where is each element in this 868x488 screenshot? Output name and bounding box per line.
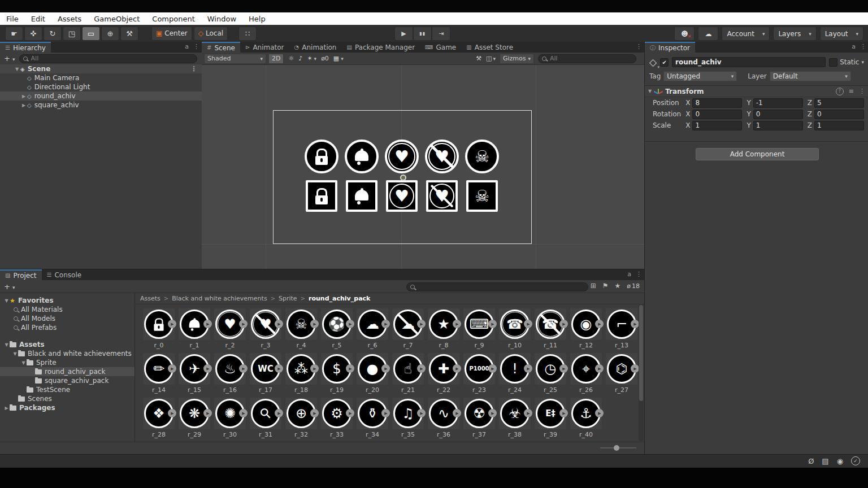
- menu-item-component[interactable]: Component: [146, 15, 201, 23]
- favorite-icon[interactable]: ★: [615, 282, 621, 290]
- sprite-r_8[interactable]: ★▶r_8: [428, 308, 459, 349]
- custom-tools-button[interactable]: ⚒: [120, 27, 138, 41]
- sprite-expand-arrow[interactable]: ▶: [595, 409, 604, 417]
- hand-tool-button[interactable]: ☛: [5, 27, 23, 41]
- sprite-r_22[interactable]: ✚▶r_22: [428, 353, 459, 394]
- pane-menu-icon[interactable]: ⋮: [636, 271, 642, 278]
- sprite-expand-arrow[interactable]: ▶: [381, 320, 390, 328]
- sprite-r_20[interactable]: ●▶r_20: [357, 353, 388, 394]
- active-checkbox[interactable]: ✔: [660, 58, 669, 67]
- tab-hierarchy[interactable]: ☰ Hierarchy: [0, 42, 51, 53]
- sprite-expand-arrow[interactable]: ▶: [559, 364, 568, 373]
- sprite-expand-arrow[interactable]: ▶: [275, 320, 283, 328]
- sprite-expand-arrow[interactable]: ▶: [381, 409, 390, 417]
- scene-camera-icon[interactable]: ◫: [486, 55, 492, 62]
- gameobject-name-field[interactable]: round_achiv: [672, 57, 826, 67]
- pane-lock-icon[interactable]: a: [852, 43, 856, 50]
- layers-dropdown[interactable]: Layers▾: [773, 27, 816, 41]
- sprite-r_39[interactable]: E‡▶r_39: [535, 398, 566, 438]
- sprite-expand-arrow[interactable]: ▶: [239, 364, 248, 373]
- cloud-button[interactable]: ☁: [698, 27, 718, 41]
- project-search[interactable]: [406, 282, 588, 291]
- label-icon[interactable]: ⚑: [602, 282, 609, 290]
- sprite-expand-arrow[interactable]: ▶: [524, 409, 532, 417]
- sprite-r_12[interactable]: ◉▶r_12: [570, 308, 602, 349]
- sprite-expand-arrow[interactable]: ▶: [168, 409, 176, 417]
- scale-z-field[interactable]: 1: [814, 121, 864, 130]
- square-lock-sprite[interactable]: [306, 180, 337, 212]
- pause-button[interactable]: ▮▮: [413, 27, 432, 41]
- favorites-item-all-materials[interactable]: All Materials: [0, 305, 134, 314]
- favorites-item-all-models[interactable]: All Models: [0, 314, 134, 323]
- sprite-r_17[interactable]: WC▶r_17: [250, 353, 281, 394]
- shading-mode-dropdown[interactable]: Shaded ▾: [204, 54, 266, 64]
- round-heart-sprite[interactable]: ♥: [385, 140, 419, 173]
- menu-item-help[interactable]: Help: [242, 15, 272, 23]
- gizmos-dropdown[interactable]: Gizmos ▾: [500, 54, 534, 64]
- square-heart-sprite[interactable]: ♥: [386, 180, 418, 212]
- sprite-r_1[interactable]: ▶r_1: [179, 308, 210, 349]
- scene-canvas[interactable]: ♥♥☠ ♥♥☠: [202, 65, 644, 269]
- expand-arrow-icon[interactable]: ▼: [12, 351, 18, 356]
- sprite-r_19[interactable]: $▶r_19: [321, 353, 353, 394]
- sprite-r_26[interactable]: ⌖▶r_26: [570, 353, 602, 394]
- sprite-expand-arrow[interactable]: ▶: [346, 409, 354, 417]
- sprite-r_7[interactable]: ☁▶r_7: [392, 308, 424, 349]
- transform-tool-button[interactable]: ⊕: [101, 27, 119, 41]
- sprite-r_21[interactable]: ☝▶r_21: [392, 353, 424, 394]
- expand-arrow-icon[interactable]: ▼: [14, 67, 20, 72]
- sprite-expand-arrow[interactable]: ▶: [453, 409, 461, 417]
- thumbnail-size-slider[interactable]: [600, 447, 636, 448]
- rotate-tool-button[interactable]: ↻: [44, 27, 62, 41]
- tree-item-packages[interactable]: ▶Packages: [0, 403, 134, 412]
- expand-arrow-icon[interactable]: ▼: [648, 89, 652, 94]
- 2d-toggle-button[interactable]: 2D: [268, 54, 284, 64]
- sprite-r_9[interactable]: ⌨▶r_9: [463, 308, 495, 349]
- sprite-r_28[interactable]: ❖▶r_28: [143, 398, 175, 438]
- sprite-expand-arrow[interactable]: ▶: [239, 409, 248, 417]
- sprite-expand-arrow[interactable]: ▶: [203, 364, 212, 373]
- grid-snap-button[interactable]: ∷: [238, 27, 257, 41]
- sprite-expand-arrow[interactable]: ▶: [453, 320, 461, 328]
- add-component-button[interactable]: Add Component: [696, 148, 819, 160]
- position-x-field[interactable]: 8: [692, 98, 742, 108]
- scene-fx-icon[interactable]: ✶: [307, 55, 312, 62]
- grid-scrollbar[interactable]: [639, 304, 644, 441]
- transform-header[interactable]: ▼ Transform ? ≡ ⋮: [645, 85, 868, 97]
- sprite-expand-arrow[interactable]: ▶: [559, 409, 568, 417]
- pane-menu-icon[interactable]: ⋮: [860, 43, 866, 50]
- asset-pack-icon[interactable]: ⊞: [591, 282, 596, 290]
- sprite-expand-arrow[interactable]: ▶: [631, 320, 639, 328]
- sprite-r_16[interactable]: ♨▶r_16: [214, 353, 246, 394]
- sprite-expand-arrow[interactable]: ▶: [453, 364, 461, 373]
- round-lock-sprite[interactable]: [305, 140, 338, 173]
- layer-dropdown[interactable]: Default▾: [770, 71, 851, 81]
- sprite-expand-arrow[interactable]: ▶: [168, 320, 176, 328]
- sprite-expand-arrow[interactable]: ▶: [346, 364, 354, 373]
- tab-project[interactable]: ▨Project: [0, 269, 42, 280]
- sprite-r_34[interactable]: ⚱▶r_34: [357, 398, 388, 438]
- sprite-r_27[interactable]: ⌬▶r_27: [606, 353, 637, 394]
- sprite-expand-arrow[interactable]: ▶: [310, 364, 319, 373]
- sprite-expand-arrow[interactable]: ▶: [631, 364, 639, 373]
- pane-menu-icon[interactable]: ⋮: [193, 43, 199, 50]
- sprite-r_23[interactable]: P1000▶r_23: [463, 353, 495, 394]
- scene-grid-icon[interactable]: ▦: [333, 55, 339, 62]
- rect-tool-button[interactable]: ▭: [82, 27, 100, 41]
- scale-y-field[interactable]: 1: [753, 121, 803, 130]
- sprite-expand-arrow[interactable]: ▶: [203, 320, 212, 328]
- square-bell-sprite[interactable]: [346, 180, 377, 212]
- sprite-expand-arrow[interactable]: ▶: [595, 320, 604, 328]
- hierarchy-item-main-camera[interactable]: ◇Main Camera: [0, 73, 202, 82]
- favorites-root[interactable]: ▼ ★ Favorites: [0, 296, 134, 305]
- rotation-y-field[interactable]: 0: [753, 110, 803, 119]
- sprite-r_31[interactable]: ⚲▶r_31: [250, 398, 281, 438]
- sprite-expand-arrow[interactable]: ▶: [595, 364, 604, 373]
- breadcrumb-item-round-achiv-pack[interactable]: round_achiv_pack: [309, 295, 370, 302]
- step-button[interactable]: ⇥: [432, 27, 450, 41]
- breadcrumb-item-assets[interactable]: Assets: [140, 295, 160, 302]
- square-heart-slash-sprite[interactable]: ♥: [426, 180, 458, 212]
- hierarchy-item-directional-light[interactable]: ◇Directional Light: [0, 82, 202, 91]
- sprite-r_11[interactable]: ☎▶r_11: [535, 308, 566, 349]
- round-bell-sprite[interactable]: [345, 140, 379, 173]
